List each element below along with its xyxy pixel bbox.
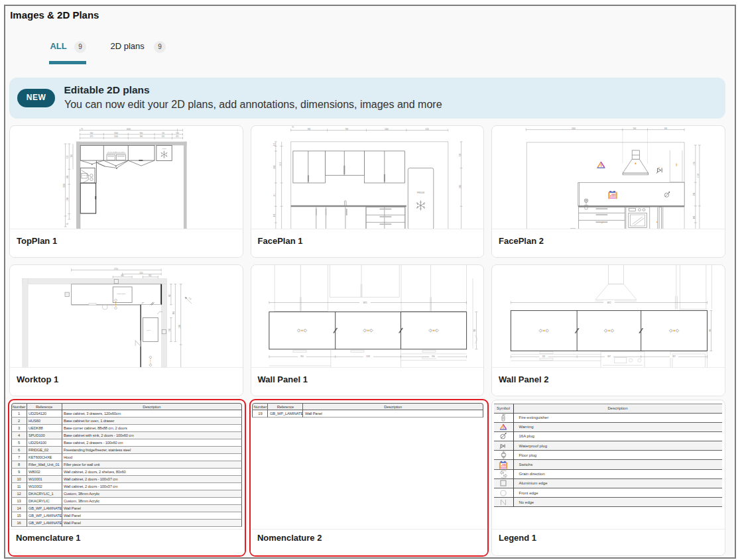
svg-text:950: 950	[432, 355, 435, 358]
svg-text:697: 697	[607, 355, 611, 358]
svg-text:2850: 2850	[63, 184, 66, 188]
svg-text:495: 495	[168, 328, 171, 331]
svg-text:2710: 2710	[114, 268, 118, 270]
svg-text:1125: 1125	[425, 128, 429, 131]
svg-text:1118: 1118	[366, 355, 370, 358]
svg-text:596: 596	[66, 175, 69, 178]
svg-text:860: 860	[693, 215, 696, 219]
svg-text:1400: 1400	[385, 128, 389, 131]
svg-text:341: 341	[273, 193, 275, 196]
svg-text:900: 900	[121, 274, 124, 277]
svg-text:WALL_OVEN_W_UNIT: WALL_OVEN_W_UNIT	[107, 151, 125, 153]
svg-text:530: 530	[176, 132, 179, 135]
svg-text:110: 110	[162, 132, 165, 135]
svg-text:WORKTOP2: WORKTOP2	[117, 293, 126, 294]
svg-text:870: 870	[273, 213, 275, 217]
svg-text:1435: 1435	[693, 162, 696, 166]
svg-text:H05CU: H05CU	[162, 148, 167, 149]
svg-text:1313: 1313	[278, 162, 281, 166]
svg-text:4000: 4000	[127, 128, 131, 131]
svg-text:1286: 1286	[178, 325, 181, 329]
svg-text:FRIDGE: FRIDGE	[416, 192, 424, 194]
svg-text:3872: 3872	[607, 302, 611, 304]
svg-text:984: 984	[307, 128, 310, 131]
svg-text:1782: 1782	[70, 154, 73, 158]
svg-text:921: 921	[542, 355, 546, 358]
svg-text:591: 591	[162, 135, 165, 138]
svg-text:801: 801	[149, 274, 152, 277]
svg-text:963: 963	[172, 311, 175, 314]
svg-text:1000: 1000	[114, 132, 118, 135]
svg-text:2148: 2148	[697, 174, 700, 178]
svg-text:500: 500	[90, 132, 93, 135]
svg-text:500: 500	[633, 127, 637, 130]
svg-text:KT49: KT49	[147, 329, 151, 331]
svg-text:950: 950	[300, 355, 304, 358]
svg-text:900: 900	[140, 132, 143, 135]
svg-text:WORKTOP2: WORKTOP2	[82, 174, 90, 176]
svg-text:775: 775	[66, 155, 69, 158]
svg-text:2400: 2400	[572, 127, 576, 130]
svg-text:780: 780	[709, 329, 711, 332]
svg-text:590: 590	[693, 192, 696, 196]
svg-text:75: 75	[81, 128, 83, 131]
svg-text:1200: 1200	[66, 197, 69, 201]
svg-text:658: 658	[273, 165, 275, 168]
svg-text:897: 897	[672, 355, 676, 358]
svg-text:980: 980	[140, 135, 143, 138]
svg-text:451: 451	[176, 135, 179, 138]
svg-text:75: 75	[66, 223, 69, 225]
svg-text:720: 720	[458, 153, 461, 156]
svg-text:75: 75	[292, 126, 294, 129]
svg-text:990: 990	[345, 128, 348, 131]
svg-text:601: 601	[168, 294, 171, 297]
svg-text:1340: 1340	[114, 135, 118, 138]
svg-text:242: 242	[273, 142, 275, 146]
svg-text:3875: 3875	[363, 302, 367, 304]
svg-text:780: 780	[473, 329, 476, 332]
svg-text:129: 129	[188, 296, 192, 300]
svg-text:1385: 1385	[458, 185, 461, 189]
svg-text:940: 940	[664, 127, 668, 130]
svg-text:675: 675	[90, 135, 93, 138]
svg-text:1115: 1115	[139, 272, 143, 274]
